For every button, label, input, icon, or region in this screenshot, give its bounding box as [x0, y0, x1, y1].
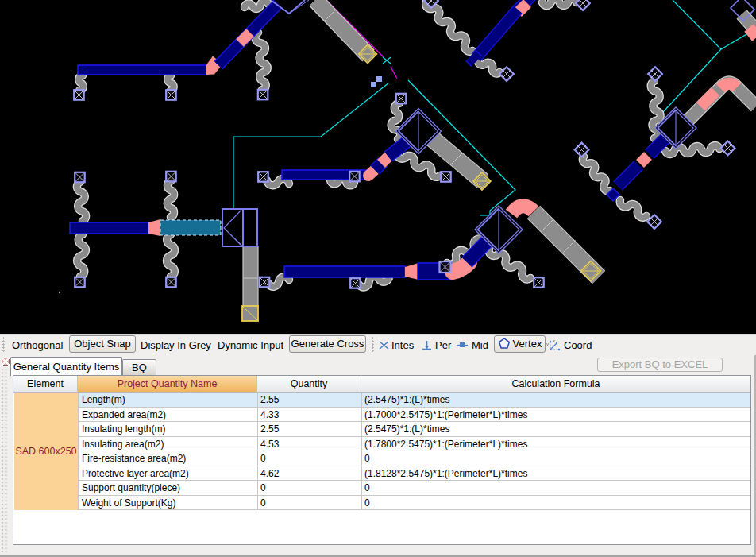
svg-text:y: y — [546, 342, 549, 346]
svg-text:x: x — [553, 338, 555, 343]
